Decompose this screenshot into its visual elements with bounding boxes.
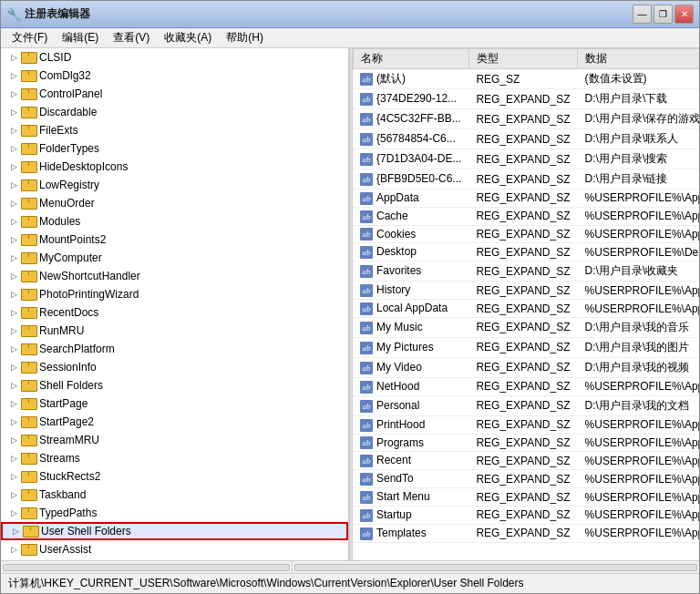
folder-icon <box>21 51 36 64</box>
table-row[interactable]: abLocal AppDataREG_EXPAND_SZ%USERPROFILE… <box>353 300 699 318</box>
table-row[interactable]: abPersonalREG_EXPAND_SZD:\用户目录\我的文档 <box>353 395 699 415</box>
folder-icon <box>21 197 36 210</box>
reg-value-icon: ab <box>360 527 373 540</box>
tree-item[interactable]: ▷CLSID <box>1 48 348 67</box>
tree-item[interactable]: ▷HideDesktopIcons <box>1 158 348 176</box>
tree-item[interactable]: ▷UserAssist <box>1 540 348 558</box>
tree-item[interactable]: ▷StreamMRU <box>1 431 348 449</box>
table-row[interactable]: ab{7D1D3A04-DE...REG_EXPAND_SZD:\用户目录\搜索 <box>353 149 699 169</box>
table-row[interactable]: ab{56784854-C6...REG_EXPAND_SZD:\用户目录\联系… <box>353 129 699 149</box>
folder-icon <box>21 179 36 191</box>
table-row[interactable]: abCacheREG_EXPAND_SZ%USERPROFILE%\AppDat… <box>353 207 699 225</box>
menu-favorites[interactable]: 收藏夹(A) <box>157 28 219 47</box>
table-row[interactable]: abNetHoodREG_EXPAND_SZ%USERPROFILE%\AppD… <box>353 377 699 395</box>
table-row[interactable]: abMy MusicREG_EXPAND_SZD:\用户目录\我的音乐 <box>353 317 699 337</box>
tree-item[interactable]: ▷SessionInfo <box>1 358 348 376</box>
tree-expand-icon: ▷ <box>8 325 19 336</box>
reg-value-icon: ab <box>360 455 373 467</box>
tree-item[interactable]: ▷LowRegistry <box>1 176 348 194</box>
cell-name: abStartup <box>353 506 468 524</box>
tree-item[interactable]: ▷StartPage2 <box>1 413 348 431</box>
tree-item[interactable]: ▷ControlPanel <box>1 85 348 103</box>
tree-item[interactable]: ▷Taskband <box>1 486 348 504</box>
table-row[interactable]: ab{374DE290-12...REG_EXPAND_SZD:\用户目录\下载 <box>353 89 699 109</box>
folder-icon <box>21 470 36 483</box>
menu-edit[interactable]: 编辑(E) <box>55 28 106 47</box>
app-icon: 🔧 <box>6 7 21 22</box>
table-row[interactable]: abMy VideoREG_EXPAND_SZD:\用户目录\我的视频 <box>353 357 699 377</box>
cell-type: REG_EXPAND_SZ <box>468 434 577 452</box>
cell-name: ab{7D1D3A04-DE... <box>353 149 468 169</box>
table-row[interactable]: abAppDataREG_EXPAND_SZ%USERPROFILE%\AppD… <box>353 189 699 208</box>
reg-value-icon: ab <box>360 419 373 432</box>
tree-expand-icon: ▷ <box>8 544 19 555</box>
folder-icon <box>21 251 36 264</box>
tree-item[interactable]: ▷Modules <box>1 212 348 230</box>
table-row[interactable]: abHistoryREG_EXPAND_SZ%USERPROFILE%\AppD… <box>353 282 699 300</box>
right-scrollbar[interactable] <box>293 561 699 573</box>
tree-item[interactable]: ▷Streams <box>1 449 348 467</box>
tree-expand-icon: ▷ <box>8 252 19 263</box>
tree-item[interactable]: ▷User Shell Folders <box>1 522 348 540</box>
tree-item[interactable]: ▷RecentDocs <box>1 303 348 322</box>
tree-item[interactable]: ▷Shell Folders <box>1 376 348 394</box>
tree-expand-icon: ▷ <box>8 380 19 391</box>
cell-name: abPersonal <box>353 395 468 415</box>
table-row[interactable]: abDesktopREG_EXPAND_SZ%USERPROFILE%\Desk… <box>353 243 699 261</box>
folder-icon <box>21 69 36 82</box>
cell-name: abDesktop <box>353 243 468 261</box>
tree-item[interactable]: ▷MountPoints2 <box>1 230 348 249</box>
table-row[interactable]: abSendToREG_EXPAND_SZ%USERPROFILE%\AppDa… <box>353 470 699 488</box>
table-row[interactable]: abMy PicturesREG_EXPAND_SZD:\用户目录\我的图片 <box>353 337 699 357</box>
table-row[interactable]: abRecentREG_EXPAND_SZ%USERPROFILE%\AppDa… <box>353 452 699 470</box>
status-bar: 计算机\HKEY_CURRENT_USER\Software\Microsoft… <box>1 573 699 593</box>
tree-expand-icon: ▷ <box>8 416 19 427</box>
tree-item[interactable]: ▷StartPage <box>1 394 348 413</box>
tree-expand-icon: ▷ <box>8 70 19 81</box>
reg-value-icon: ab <box>360 153 373 166</box>
table-row[interactable]: abFavoritesREG_EXPAND_SZD:\用户目录\收藏夹 <box>353 261 699 282</box>
table-row[interactable]: ab(默认)REG_SZ(数值未设置) <box>353 69 699 89</box>
table-row[interactable]: ab{4C5C32FF-BB...REG_EXPAND_SZD:\用户目录\保存… <box>353 109 699 129</box>
table-row[interactable]: abStart MenuREG_EXPAND_SZ%USERPROFILE%\A… <box>353 488 699 507</box>
tree-item[interactable]: ▷FolderTypes <box>1 139 348 158</box>
left-scrollbar[interactable] <box>1 561 293 573</box>
tree-item-label: StartPage2 <box>39 415 94 428</box>
folder-icon <box>21 434 36 446</box>
minimize-button[interactable]: — <box>633 5 652 24</box>
cell-name: ab{BFB9D5E0-C6... <box>353 169 468 189</box>
tree-item[interactable]: ▷RunMRU <box>1 322 348 340</box>
registry-table: 名称 类型 数据 ab(默认)REG_SZ(数值未设置)ab{374DE290-… <box>353 48 700 543</box>
menu-file[interactable]: 文件(F) <box>5 28 55 47</box>
col-type: 类型 <box>468 49 577 69</box>
restore-button[interactable]: ❐ <box>654 5 673 24</box>
tree-item[interactable]: ▷StuckRects2 <box>1 467 348 486</box>
tree-item[interactable]: ▷SearchPlatform <box>1 340 348 358</box>
tree-item-label: Discardable <box>39 106 97 118</box>
reg-value-icon: ab <box>360 113 373 126</box>
title-bar-buttons: — ❐ ✕ <box>633 5 694 24</box>
cell-name: abMy Video <box>353 357 468 377</box>
table-row[interactable]: abCookiesREG_EXPAND_SZ%USERPROFILE%\AppD… <box>353 225 699 243</box>
cell-name: abMy Pictures <box>353 337 468 357</box>
table-row[interactable]: abPrintHoodREG_EXPAND_SZ%USERPROFILE%\Ap… <box>353 415 699 434</box>
cell-name: abCache <box>353 207 468 225</box>
tree-item[interactable]: ▷ComDlg32 <box>1 67 348 85</box>
folder-icon <box>21 124 36 137</box>
tree-item[interactable]: ▷MyComputer <box>1 249 348 267</box>
close-button[interactable]: ✕ <box>674 5 694 24</box>
tree-item[interactable]: ▷TypedPaths <box>1 504 348 522</box>
folder-icon <box>21 160 36 173</box>
table-row[interactable]: abProgramsREG_EXPAND_SZ%USERPROFILE%\App… <box>353 434 699 452</box>
table-row[interactable]: ab{BFB9D5E0-C6...REG_EXPAND_SZD:\用户目录\链接 <box>353 169 699 189</box>
tree-item[interactable]: ▷MenuOrder <box>1 194 348 212</box>
table-row[interactable]: abTemplatesREG_EXPAND_SZ%USERPROFILE%\Ap… <box>353 524 699 542</box>
menu-help[interactable]: 帮助(H) <box>219 28 271 47</box>
cell-data: D:\用户目录\收藏夹 <box>578 261 699 282</box>
table-row[interactable]: abStartupREG_EXPAND_SZ%USERPROFILE%\AppD… <box>353 506 699 524</box>
tree-item[interactable]: ▷PhotoPrintingWizard <box>1 285 348 303</box>
tree-item[interactable]: ▷NewShortcutHandler <box>1 267 348 285</box>
tree-item[interactable]: ▷Discardable <box>1 103 348 121</box>
tree-item[interactable]: ▷FileExts <box>1 121 348 139</box>
menu-view[interactable]: 查看(V) <box>106 28 157 47</box>
